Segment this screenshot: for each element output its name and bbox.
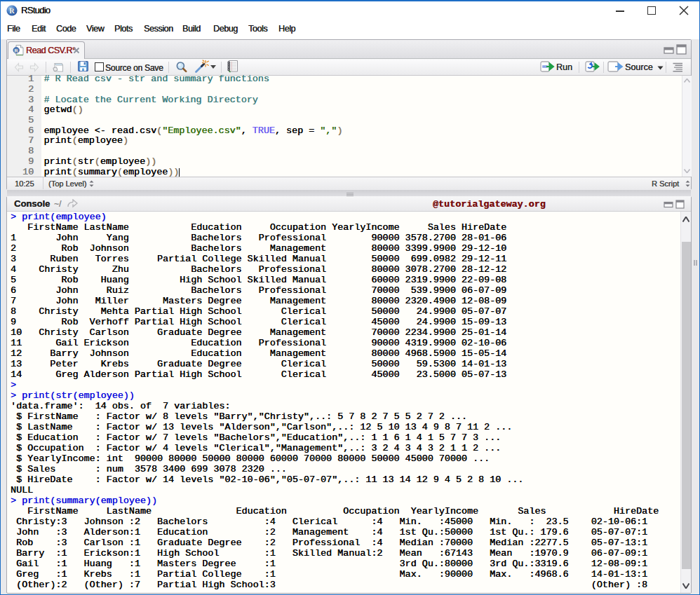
svg-text:R: R [14, 48, 18, 54]
svg-text:R: R [9, 7, 15, 15]
